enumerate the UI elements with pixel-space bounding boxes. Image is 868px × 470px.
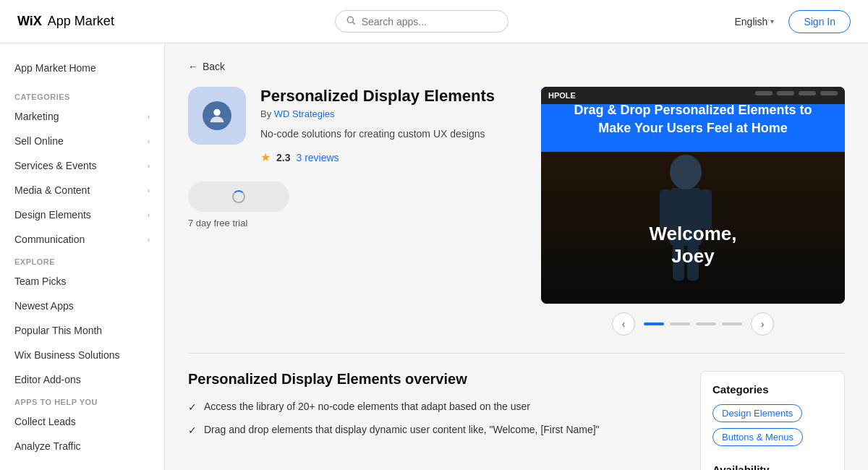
reviews-link[interactable]: 3 reviews — [296, 152, 339, 163]
slider-prev-button[interactable]: ‹ — [612, 312, 635, 336]
sidebar-apps-help-label: APPS TO HELP YOU — [0, 392, 164, 409]
loading-spinner — [232, 190, 245, 203]
tag-buttons-menus[interactable]: Buttons & Menus — [712, 428, 803, 446]
categories-panel: Categories Design Elements Buttons & Men… — [700, 371, 845, 470]
sidebar: App Market Home CATEGORIES Marketing › S… — [0, 43, 165, 470]
app-by: By WD Strategies — [260, 108, 524, 119]
site-name-label: HPOLE — [548, 91, 576, 100]
slide-nav-bar: HPOLE — [541, 87, 845, 104]
search-input[interactable] — [362, 16, 498, 27]
main-content: ← Back Personalized Display — [165, 43, 868, 470]
slide-container: Drag & Drop Personalized Elements to Mak… — [541, 87, 845, 304]
svg-point-0 — [347, 17, 353, 22]
header: WiX App Market English ▾ Sign In — [0, 0, 868, 43]
app-icon-wrapper — [188, 87, 246, 145]
slider-dots — [644, 322, 742, 325]
nav-item-1 — [755, 91, 773, 95]
rating-row: ★ 2.3 3 reviews — [260, 150, 524, 164]
star-icon: ★ — [260, 150, 271, 164]
chevron-icon: › — [148, 211, 150, 219]
sidebar-item-marketing[interactable]: Marketing › — [0, 104, 164, 129]
svg-point-2 — [213, 109, 220, 116]
back-arrow-icon: ← — [188, 61, 198, 72]
search-icon — [346, 15, 356, 27]
slider-next-button[interactable]: › — [751, 312, 774, 336]
availability-title: Availability — [712, 463, 833, 470]
sidebar-home[interactable]: App Market Home — [0, 55, 164, 81]
sidebar-item-sell-online[interactable]: Sell Online › — [0, 129, 164, 153]
nav-item-4 — [820, 91, 838, 95]
chevron-icon: › — [148, 236, 150, 244]
sidebar-item-popular-this-month[interactable]: Popular This Month — [0, 318, 164, 343]
svg-line-1 — [352, 22, 354, 25]
overview-row: Personalized Display Elements overview ✓… — [188, 371, 845, 470]
sidebar-item-communication[interactable]: Communication › — [0, 227, 164, 252]
nav-item-2 — [777, 91, 794, 95]
sidebar-explore-label: EXPLORE — [0, 252, 164, 269]
chevron-down-icon: ▾ — [770, 17, 774, 25]
sidebar-item-analyze-traffic[interactable]: Analyze Traffic — [0, 434, 164, 458]
app-author-link[interactable]: WD Strategies — [274, 108, 335, 119]
check-icon-1: ✓ — [188, 400, 197, 415]
sidebar-categories-label: CATEGORIES — [0, 87, 164, 104]
language-label: English — [734, 16, 767, 27]
categories-tags: Design Elements Buttons & Menus — [712, 404, 833, 452]
sidebar-item-services-events[interactable]: Services & Events › — [0, 153, 164, 178]
logo-wix: WiX — [17, 14, 42, 29]
app-header: Personalized Display Elements By WD Stra… — [188, 87, 524, 164]
add-app-button[interactable] — [188, 181, 289, 212]
dot-3[interactable] — [696, 322, 716, 325]
rating-number: 2.3 — [276, 152, 290, 163]
feature-list: ✓ Access the library of 20+ no-code elem… — [188, 399, 683, 438]
dot-1[interactable] — [644, 322, 664, 325]
categories-panel-title: Categories — [712, 383, 833, 396]
nav-item-3 — [799, 91, 816, 95]
sidebar-item-media-content[interactable]: Media & Content › — [0, 178, 164, 202]
sidebar-item-collect-leads[interactable]: Collect Leads — [0, 409, 164, 434]
feature-item-1: ✓ Access the library of 20+ no-code elem… — [188, 399, 683, 415]
cta-section: 7 day free trial — [188, 181, 524, 228]
slider-wrapper: Drag & Drop Personalized Elements to Mak… — [541, 87, 845, 336]
overview-content: Personalized Display Elements overview ✓… — [188, 371, 683, 445]
app-icon — [203, 101, 231, 130]
app-header-row: Personalized Display Elements By WD Stra… — [188, 87, 845, 336]
search-bar[interactable] — [335, 10, 509, 33]
svg-point-9 — [670, 155, 702, 189]
slide-welcome-text: Welcome, Joey — [650, 223, 737, 268]
chevron-icon: › — [148, 187, 150, 195]
logo: WiX App Market — [17, 14, 114, 29]
layout: App Market Home CATEGORIES Marketing › S… — [0, 43, 868, 470]
app-info: Personalized Display Elements By WD Stra… — [260, 87, 524, 164]
sidebar-item-newest-apps[interactable]: Newest Apps — [0, 294, 164, 318]
sidebar-item-team-picks[interactable]: Team Picks — [0, 269, 164, 294]
check-icon-2: ✓ — [188, 423, 197, 438]
dot-2[interactable] — [670, 322, 690, 325]
header-right: English ▾ Sign In — [728, 10, 851, 33]
sidebar-item-design-elements[interactable]: Design Elements › — [0, 202, 164, 227]
sidebar-item-editor-addons[interactable]: Editor Add-ons — [0, 367, 164, 392]
sign-in-button[interactable]: Sign In — [788, 10, 851, 33]
dot-4[interactable] — [722, 322, 742, 325]
trial-text: 7 day free trial — [188, 218, 524, 228]
feature-item-2: ✓ Drag and drop elements that display dy… — [188, 422, 683, 438]
header-center — [114, 10, 729, 33]
app-description: No-code solutions for creating custom UX… — [260, 127, 524, 142]
app-left-panel: Personalized Display Elements By WD Stra… — [188, 87, 524, 228]
chevron-icon: › — [148, 137, 150, 145]
app-title: Personalized Display Elements — [260, 87, 524, 106]
overview-title: Personalized Display Elements overview — [188, 371, 683, 388]
logo-appmarket: App Market — [48, 14, 114, 29]
chevron-icon: › — [148, 113, 150, 121]
app-slider: Drag & Drop Personalized Elements to Mak… — [541, 87, 845, 336]
language-selector[interactable]: English ▾ — [728, 12, 780, 32]
sidebar-item-wix-business-solutions[interactable]: Wix Business Solutions — [0, 343, 164, 367]
chevron-icon: › — [148, 162, 150, 170]
divider — [188, 353, 845, 354]
back-button[interactable]: ← Back — [188, 61, 845, 72]
tag-design-elements[interactable]: Design Elements — [712, 404, 802, 422]
slider-controls: ‹ › — [541, 312, 845, 336]
